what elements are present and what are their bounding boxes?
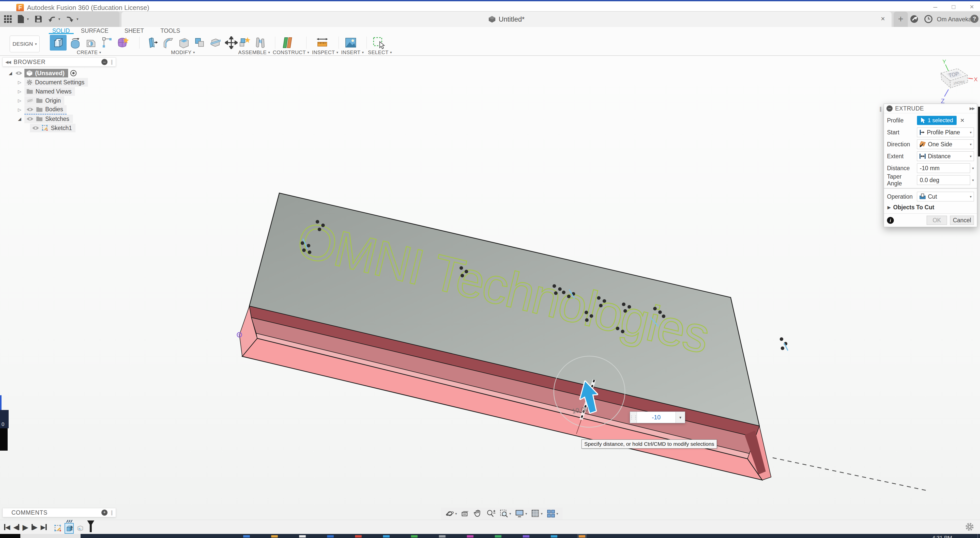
visibility-eye-icon[interactable] bbox=[26, 108, 33, 111]
taskbar-app-icon[interactable] bbox=[523, 535, 530, 538]
close-document-icon[interactable]: × bbox=[881, 15, 885, 23]
dialog-header[interactable]: – EXTRUDE ▶▶ bbox=[884, 104, 977, 113]
tab-tools[interactable]: TOOLS bbox=[160, 27, 181, 34]
zoom-button[interactable] bbox=[487, 509, 496, 518]
browser-row-bodies[interactable]: ▷ Bodies bbox=[3, 105, 116, 114]
redo-icon[interactable] bbox=[66, 15, 74, 23]
clear-selection-icon[interactable]: × bbox=[960, 116, 964, 124]
collapse-panel-icon[interactable]: ◀◀ bbox=[5, 60, 11, 65]
browser-row-sketches[interactable]: ◢ Sketches bbox=[3, 114, 116, 124]
help-icon[interactable]: ? bbox=[970, 15, 978, 23]
timeline-settings-gear-icon[interactable] bbox=[965, 522, 974, 532]
browser-row-named-views[interactable]: ▷ Named Views bbox=[3, 87, 116, 96]
expand-icon[interactable]: ◢ bbox=[17, 116, 22, 122]
taskbar-app-icon[interactable] bbox=[495, 535, 501, 538]
visibility-eye-icon[interactable] bbox=[32, 126, 39, 130]
profile-selection-button[interactable]: 1 selected bbox=[917, 116, 957, 125]
zoom-window-caret-icon[interactable]: ▾ bbox=[509, 512, 511, 516]
viewcube[interactable]: Y TOP FRONT X Z bbox=[933, 58, 980, 108]
taskbar-app-icon[interactable] bbox=[299, 535, 306, 538]
file-caret-icon[interactable]: ▾ bbox=[27, 17, 29, 21]
grid-caret-icon[interactable]: ▾ bbox=[541, 512, 542, 516]
new-document-button[interactable]: + bbox=[894, 12, 908, 27]
orbit-caret-icon[interactable]: ▾ bbox=[455, 512, 457, 516]
taskbar-app-icon[interactable] bbox=[355, 535, 362, 538]
display-settings-button[interactable]: ▾ bbox=[515, 509, 527, 518]
panel-grip-icon[interactable]: ∥ bbox=[111, 59, 113, 65]
play-button[interactable]: ▶ bbox=[22, 523, 28, 532]
viewports-caret-icon[interactable]: ▾ bbox=[556, 512, 558, 516]
taskbar-app-icon[interactable] bbox=[383, 535, 390, 538]
model-canvas[interactable]: OMNI Technologies bbox=[0, 0, 980, 538]
timeline-sketch-feature[interactable] bbox=[53, 523, 62, 534]
undo-icon[interactable] bbox=[48, 15, 56, 23]
create-group-label[interactable]: CREATE▾ bbox=[64, 50, 115, 55]
tab-surface[interactable]: SURFACE bbox=[81, 27, 107, 34]
objects-to-cut-section[interactable]: ▶ Objects To Cut bbox=[888, 204, 974, 211]
viewports-button[interactable]: ▾ bbox=[547, 509, 558, 518]
add-comment-icon[interactable]: + bbox=[102, 509, 108, 516]
document-tab[interactable]: Untitled* × bbox=[121, 12, 892, 27]
taskbar-app-icon[interactable] bbox=[271, 535, 278, 538]
taskbar-app-icon[interactable] bbox=[411, 535, 418, 538]
redo-caret-icon[interactable]: ▾ bbox=[76, 17, 78, 21]
browser-row-sketch1[interactable]: Sketch1 bbox=[3, 124, 116, 133]
taskbar-app-icon[interactable] bbox=[551, 535, 557, 538]
new-component-button[interactable] bbox=[237, 36, 251, 50]
ok-button[interactable]: OK bbox=[927, 216, 947, 225]
joint-button[interactable] bbox=[253, 36, 267, 50]
expand-icon[interactable]: ◢ bbox=[8, 71, 13, 76]
pan-button[interactable] bbox=[474, 509, 482, 518]
visibility-eye-icon[interactable] bbox=[15, 71, 22, 75]
extrude-button[interactable] bbox=[50, 35, 67, 51]
distance-input[interactable]: -10 mm bbox=[917, 163, 970, 173]
info-icon[interactable]: i bbox=[887, 217, 894, 224]
taskbar-app-icon[interactable] bbox=[467, 535, 474, 538]
timeline-extrude-cut-feature[interactable] bbox=[76, 523, 85, 534]
windows-taskbar[interactable]: 4:31 PM bbox=[0, 534, 980, 538]
taskbar-app-icon[interactable] bbox=[243, 535, 250, 538]
undo-caret-icon[interactable]: ▾ bbox=[59, 17, 60, 21]
taskbar-clock[interactable]: 4:31 PM bbox=[932, 535, 952, 538]
browser-row-document-settings[interactable]: ▷ Document Settings bbox=[3, 78, 116, 87]
split-body-button[interactable] bbox=[208, 36, 223, 50]
modify-group-label[interactable]: MODIFY▾ bbox=[158, 50, 208, 55]
step-back-button[interactable]: ◀ bbox=[13, 524, 19, 531]
skip-to-start-button[interactable]: ◀ bbox=[4, 524, 10, 531]
distance-caret-icon[interactable]: ▾ bbox=[972, 166, 974, 170]
cancel-button[interactable]: Cancel bbox=[950, 216, 974, 225]
dialog-collapse-icon[interactable]: – bbox=[886, 105, 892, 111]
start-dropdown[interactable]: Profile Plane ▾ bbox=[917, 127, 974, 137]
remove-panel-icon[interactable]: – bbox=[102, 59, 108, 65]
select-button[interactable] bbox=[372, 36, 386, 50]
file-icon[interactable] bbox=[17, 15, 24, 23]
taper-caret-icon[interactable]: ▾ bbox=[972, 178, 974, 182]
notifications-clock-icon[interactable] bbox=[924, 15, 933, 23]
taskbar-app-icon[interactable] bbox=[327, 535, 334, 538]
measure-button[interactable] bbox=[315, 36, 329, 50]
show-desktop-divider[interactable] bbox=[977, 534, 978, 538]
timeline-extrude-feature-selected[interactable] bbox=[65, 523, 74, 534]
insert-image-button[interactable] bbox=[344, 36, 358, 50]
browser-row-origin[interactable]: ▷ Origin bbox=[3, 96, 116, 105]
pattern-button[interactable] bbox=[100, 36, 114, 50]
dialog-grip-icon[interactable]: ∥ bbox=[879, 106, 882, 112]
visibility-eye-icon[interactable] bbox=[26, 117, 33, 121]
expand-icon[interactable]: ▷ bbox=[17, 107, 22, 113]
expand-icon[interactable]: ▷ bbox=[17, 80, 22, 85]
fillet-button[interactable] bbox=[161, 36, 175, 50]
dialog-detach-icon[interactable]: ▶▶ bbox=[970, 106, 974, 111]
direction-dropdown[interactable]: One Side ▾ bbox=[917, 140, 974, 149]
look-at-button[interactable] bbox=[461, 509, 470, 518]
step-forward-button[interactable]: ▶ bbox=[32, 524, 38, 531]
taskbar-app-icon[interactable] bbox=[579, 535, 585, 538]
comments-header[interactable]: COMMENTS + ∥ bbox=[3, 508, 116, 517]
skip-to-end-button[interactable]: ▶ bbox=[41, 524, 47, 531]
press-pull-button[interactable] bbox=[145, 36, 160, 50]
select-group-label[interactable]: SELECT▾ bbox=[361, 50, 399, 55]
timeline-position-marker[interactable] bbox=[87, 521, 95, 534]
taskbar-app-icon[interactable] bbox=[439, 535, 445, 538]
activate-radio-icon[interactable] bbox=[70, 70, 77, 76]
app-grid-icon[interactable] bbox=[4, 15, 12, 23]
construct-plane-button[interactable] bbox=[281, 36, 295, 50]
